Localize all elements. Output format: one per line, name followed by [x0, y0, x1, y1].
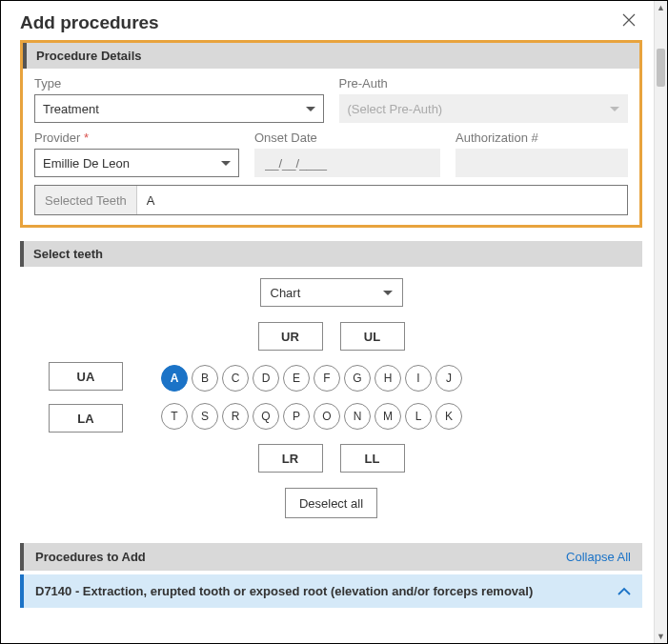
procedure-item[interactable]: D7140 - Extraction, erupted tooth or exp…: [20, 574, 642, 608]
quadrant-ul-button[interactable]: UL: [340, 322, 405, 351]
onset-date-label: Onset Date: [254, 131, 440, 145]
type-label: Type: [34, 76, 324, 91]
tooth-m[interactable]: M: [374, 403, 401, 430]
type-select[interactable]: Treatment: [34, 94, 324, 123]
tooth-j[interactable]: J: [435, 365, 462, 392]
tooth-t[interactable]: T: [161, 403, 188, 430]
collapse-all-link[interactable]: Collapse All: [566, 550, 631, 564]
type-select-value: Treatment: [43, 102, 99, 116]
teeth-area: Chart UR UL UA LA ABCDEFGHIJ TSRQPONMLK: [20, 278, 642, 518]
tooth-i[interactable]: I: [405, 365, 432, 392]
chevron-down-icon: [221, 161, 231, 166]
tooth-e[interactable]: E: [283, 365, 310, 392]
tooth-k[interactable]: K: [435, 403, 462, 430]
tooth-p[interactable]: P: [283, 403, 310, 430]
tooth-c[interactable]: C: [222, 365, 249, 392]
procedure-item-label: D7140 - Extraction, erupted tooth or exp…: [35, 584, 533, 598]
deselect-all-button[interactable]: Deselect all: [285, 488, 377, 518]
provider-select-value: Emillie De Leon: [43, 156, 130, 171]
dialog-title: Add procedures: [20, 12, 159, 33]
tooth-q[interactable]: Q: [253, 403, 279, 430]
scroll-down-button[interactable]: ▼: [655, 630, 667, 643]
select-teeth-section: Select teeth Chart UR UL UA LA ABCDEFGHI…: [20, 241, 642, 518]
teeth-rows: ABCDEFGHIJ TSRQPONMLK: [161, 365, 462, 430]
chevron-down-icon: [383, 291, 393, 295]
arch-column: UA LA: [49, 362, 123, 433]
provider-select[interactable]: Emillie De Leon: [34, 149, 239, 177]
selected-teeth-row: Selected Teeth A: [34, 185, 628, 215]
procedure-details-form: Type Treatment Pre-Auth (Select Pre-Auth…: [23, 69, 639, 177]
procedure-details-highlight: Procedure Details Type Treatment Pre-Aut…: [20, 40, 642, 228]
arch-la-button[interactable]: LA: [49, 404, 123, 433]
teeth-row-lower: TSRQPONMLK: [161, 403, 462, 430]
authorization-input[interactable]: [455, 149, 628, 177]
select-teeth-header: Select teeth: [20, 241, 642, 267]
lower-quadrant-row: LR LL: [31, 444, 631, 473]
tooth-a[interactable]: A: [161, 365, 188, 392]
chevron-down-icon: [306, 107, 315, 111]
dialog-header: Add procedures: [1, 1, 654, 40]
authorization-label: Authorization #: [455, 131, 628, 145]
arch-ua-button[interactable]: UA: [49, 362, 123, 391]
scrollbar[interactable]: ▲ ▼: [654, 1, 667, 643]
preauth-select: (Select Pre-Auth): [339, 94, 629, 123]
teeth-grid: UA LA ABCDEFGHIJ TSRQPONMLK: [31, 362, 631, 433]
close-icon[interactable]: [617, 10, 640, 34]
tooth-r[interactable]: R: [222, 403, 249, 430]
onset-date-field[interactable]: [263, 155, 432, 171]
chevron-down-icon: [610, 107, 619, 111]
tooth-g[interactable]: G: [344, 365, 371, 392]
tooth-f[interactable]: F: [314, 365, 340, 392]
procedure-details-header: Procedure Details: [23, 43, 639, 69]
tooth-b[interactable]: B: [192, 365, 218, 392]
tooth-h[interactable]: H: [374, 365, 401, 392]
selected-teeth-label: Selected Teeth: [35, 186, 137, 214]
tooth-s[interactable]: S: [192, 403, 218, 430]
tooth-n[interactable]: N: [344, 403, 371, 430]
scroll-thumb[interactable]: [657, 49, 665, 87]
procedures-to-add-title: Procedures to Add: [35, 550, 146, 564]
authorization-field[interactable]: [464, 155, 619, 171]
quadrant-lr-button[interactable]: LR: [258, 444, 323, 473]
provider-label: Provider *: [34, 131, 239, 145]
required-asterisk: *: [84, 131, 89, 145]
scroll-up-button[interactable]: ▲: [655, 1, 667, 14]
chart-type-value: Chart: [271, 286, 301, 300]
preauth-label: Pre-Auth: [339, 76, 629, 91]
teeth-row-upper: ABCDEFGHIJ: [161, 365, 462, 392]
preauth-placeholder: (Select Pre-Auth): [348, 102, 443, 116]
chevron-up-icon[interactable]: [617, 587, 631, 596]
quadrant-ll-button[interactable]: LL: [340, 444, 405, 473]
tooth-d[interactable]: D: [253, 365, 279, 392]
tooth-l[interactable]: L: [405, 403, 432, 430]
onset-date-input[interactable]: [254, 149, 440, 177]
tooth-o[interactable]: O: [314, 403, 340, 430]
dialog-body: Add procedures Procedure Details Type Tr…: [1, 1, 654, 643]
selected-teeth-value: A: [137, 186, 627, 214]
procedures-to-add-header: Procedures to Add Collapse All: [20, 543, 642, 571]
provider-label-text: Provider: [34, 131, 80, 145]
upper-quadrant-row: UR UL: [31, 322, 631, 351]
chart-type-select[interactable]: Chart: [260, 278, 403, 307]
quadrant-ur-button[interactable]: UR: [258, 322, 323, 351]
